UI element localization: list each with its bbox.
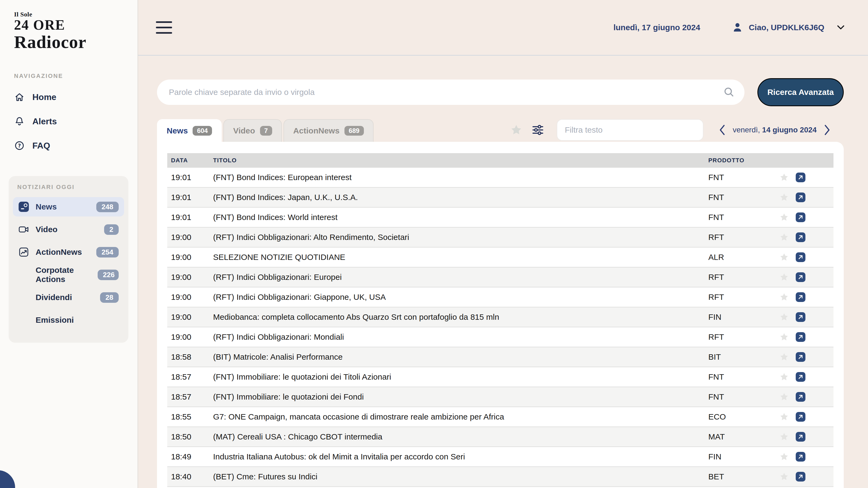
svg-text:?: ? <box>18 142 21 149</box>
row-title[interactable]: (MAT) Cereali USA : Chicago CBOT interme… <box>213 432 708 442</box>
tab-news[interactable]: News 604 <box>157 119 222 142</box>
row-title[interactable]: (FNT) Immobiliare: le quotazioni dei Fon… <box>213 392 708 401</box>
favorite-star-icon[interactable] <box>779 173 789 182</box>
tab-actionnews[interactable]: ActionNews 689 <box>283 119 374 142</box>
open-article-button[interactable] <box>796 372 805 382</box>
row-title[interactable]: Mediobanca: completa collocamento Abs Qu… <box>213 313 708 322</box>
menu-button[interactable] <box>156 21 172 34</box>
sidebar-item-label: News <box>36 202 57 212</box>
favorite-star-icon[interactable] <box>779 272 789 282</box>
table-row: 18:58 (BIT) Matricole: Analisi Performan… <box>167 347 834 367</box>
floating-action-button[interactable] <box>0 470 15 488</box>
open-article-button[interactable] <box>796 252 805 262</box>
open-article-button[interactable] <box>796 172 805 182</box>
keyword-search-input[interactable] <box>157 79 744 105</box>
sidebar-item-actionnews[interactable]: ActionNews 254 <box>13 242 124 262</box>
column-header-data: DATA <box>167 157 213 164</box>
table-row: 18:57 (FNT) Immobiliare: le quotazioni d… <box>167 367 834 387</box>
row-product: ECO <box>708 412 773 421</box>
favorite-star-icon[interactable] <box>779 313 789 322</box>
sidebar-item-corporate-actions[interactable]: Corpotate Actions 226 <box>13 265 124 285</box>
favorite-star-icon[interactable] <box>779 332 789 341</box>
date-navigation: venerdì, 14 giugno 2024 <box>717 123 832 137</box>
favorite-star-icon[interactable] <box>779 213 789 222</box>
user-menu[interactable]: Ciao, UPDKLK6J6Q <box>732 22 844 33</box>
open-article-button[interactable] <box>796 472 805 482</box>
favorites-filter-star-icon[interactable] <box>510 124 522 136</box>
row-title[interactable]: (RFT) Indici Obbligazionari: Giappone, U… <box>213 293 708 302</box>
table-body: 19:01 (FNT) Bond Indices: European inter… <box>167 168 834 487</box>
favorite-star-icon[interactable] <box>779 352 789 362</box>
row-title[interactable]: (BIT) Matricole: Analisi Performance <box>213 352 708 362</box>
favorite-star-icon[interactable] <box>779 293 789 302</box>
table-row: 19:01 (FNT) Bond Indices: World interest… <box>167 207 834 228</box>
open-article-button[interactable] <box>796 392 805 402</box>
open-article-button[interactable] <box>796 193 805 202</box>
favorite-star-icon[interactable] <box>779 233 789 242</box>
logo-il-sole: Il Sole <box>14 11 137 18</box>
row-title[interactable]: (FNT) Immobiliare: le quotazioni dei Tit… <box>213 372 708 382</box>
row-title[interactable]: (RFT) Indici Obbligazionari: Mondiali <box>213 332 708 341</box>
list-tools: venerdì, 14 giugno 2024 <box>510 119 832 141</box>
open-article-button[interactable] <box>796 272 805 282</box>
row-product: FNT <box>708 392 773 401</box>
sidebar-nav: Home Alerts ? FAQ <box>14 85 137 158</box>
sidebar-item-label: Alerts <box>32 117 57 126</box>
sidebar-item-faq[interactable]: ? FAQ <box>14 133 137 158</box>
favorite-star-icon[interactable] <box>779 193 789 202</box>
next-day-chevron-icon[interactable] <box>823 123 832 137</box>
sidebar-item-news[interactable]: News 248 <box>13 197 124 217</box>
sidebar-item-alerts[interactable]: Alerts <box>14 109 137 133</box>
text-filter-input[interactable] <box>557 119 704 141</box>
sidebar-item-label: ActionNews <box>36 248 82 257</box>
sidebar-item-emissioni[interactable]: Emissioni <box>13 310 124 330</box>
filter-sliders-icon[interactable] <box>532 124 544 136</box>
tab-video[interactable]: Video 7 <box>223 119 282 142</box>
open-article-button[interactable] <box>796 332 805 342</box>
row-title[interactable]: (RFT) Indici Obbligazionari: Europei <box>213 272 708 282</box>
sidebar-item-label: Home <box>32 92 56 102</box>
open-article-button[interactable] <box>796 232 805 242</box>
sidebar-item-video[interactable]: Video 2 <box>13 220 124 239</box>
row-title[interactable]: (FNT) Bond Indices: World interest <box>213 213 708 222</box>
row-title[interactable]: Industria Italiana Autobus: ok del Mimit… <box>213 452 708 461</box>
open-article-button[interactable] <box>796 352 805 362</box>
count-badge: 28 <box>100 292 119 303</box>
row-title[interactable]: G7: ONE Campaign, mancata occasione di d… <box>213 412 708 421</box>
row-product: FNT <box>708 372 773 382</box>
favorite-star-icon[interactable] <box>779 432 789 442</box>
advanced-search-button[interactable]: Ricerca Avanzata <box>757 78 844 106</box>
open-article-button[interactable] <box>796 312 805 322</box>
table-row: 18:57 (FNT) Immobiliare: le quotazioni d… <box>167 387 834 407</box>
table-row: 19:01 (FNT) Bond Indices: Japan, U.K., U… <box>167 188 834 207</box>
row-title[interactable]: (FNT) Bond Indices: Japan, U.K., U.S.A. <box>213 193 708 202</box>
favorite-star-icon[interactable] <box>779 372 789 382</box>
favorite-star-icon[interactable] <box>779 412 789 421</box>
table-row: 18:55 G7: ONE Campaign, mancata occasion… <box>167 407 834 427</box>
row-time: 19:00 <box>167 332 213 341</box>
bell-icon <box>14 116 25 127</box>
open-article-button[interactable] <box>796 292 805 302</box>
favorite-star-icon[interactable] <box>779 452 789 461</box>
open-article-button[interactable] <box>796 213 805 222</box>
sidebar-item-dividendi[interactable]: Dividendi 28 <box>13 288 124 307</box>
row-title[interactable]: (BET) Cme: Futures su Indici <box>213 472 708 481</box>
row-title[interactable]: (FNT) Bond Indices: European interest <box>213 173 708 182</box>
app: Il Sole 24 ORE Radiocor NAVIGAZIONE Home… <box>0 0 868 488</box>
favorite-star-icon[interactable] <box>779 392 789 401</box>
previous-day-chevron-icon[interactable] <box>717 123 727 137</box>
open-article-button[interactable] <box>796 412 805 422</box>
search-icon[interactable] <box>723 87 735 100</box>
selected-date[interactable]: venerdì, 14 giugno 2024 <box>727 126 823 134</box>
favorite-star-icon[interactable] <box>779 253 789 262</box>
sidebar-item-home[interactable]: Home <box>14 85 137 109</box>
open-article-button[interactable] <box>796 432 805 442</box>
top-bar: lunedì, 17 giugno 2024 Ciao, UPDKLK6J6Q <box>138 0 868 56</box>
table-row: 19:00 (RFT) Indici Obbligazionari: Mondi… <box>167 327 834 347</box>
row-time: 19:00 <box>167 272 213 282</box>
row-title[interactable]: SELEZIONE NOTIZIE QUOTIDIANE <box>213 253 708 262</box>
favorite-star-icon[interactable] <box>779 472 789 481</box>
row-title[interactable]: (RFT) Indici Obbligazionari: Alto Rendim… <box>213 233 708 242</box>
tab-label: News <box>167 126 188 135</box>
open-article-button[interactable] <box>796 452 805 462</box>
